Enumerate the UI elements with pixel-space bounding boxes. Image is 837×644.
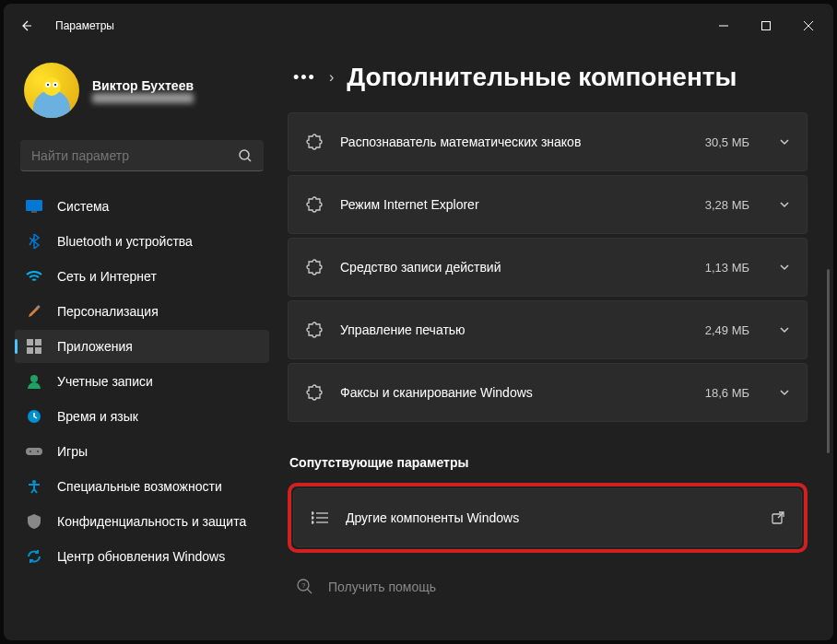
puzzle-icon (305, 196, 324, 213)
chevron-down-icon (779, 262, 790, 273)
shield-icon (26, 513, 42, 530)
clock-icon (26, 408, 42, 425)
breadcrumb-ellipsis[interactable]: ••• (293, 68, 316, 88)
nav-label: Центр обновления Windows (57, 549, 225, 564)
component-item[interactable]: Факсы и сканирование Windows 18,6 МБ (288, 363, 808, 422)
games-icon (26, 443, 42, 460)
back-button[interactable] (7, 7, 44, 44)
maximize-button[interactable] (745, 11, 787, 41)
page-title: Дополнительные компоненты (347, 63, 737, 92)
get-help-link[interactable]: ? Получить помощь (288, 579, 808, 595)
sidebar-item-games[interactable]: Игры (15, 435, 269, 468)
chevron-right-icon: › (329, 69, 334, 86)
nav-label: Bluetooth и устройства (57, 234, 193, 249)
profile-info: Виктор Бухтеев (92, 78, 194, 103)
more-windows-features-link[interactable]: Другие компоненты Windows (293, 488, 802, 547)
close-icon (804, 21, 813, 30)
search-box[interactable] (20, 140, 264, 171)
nav-label: Игры (57, 444, 88, 459)
list-icon (311, 510, 329, 525)
component-size: 30,5 МБ (705, 135, 749, 149)
chevron-down-icon (779, 387, 790, 398)
window-title: Параметры (55, 19, 114, 32)
svg-rect-20 (26, 448, 42, 455)
svg-point-22 (37, 451, 39, 452)
svg-point-8 (54, 84, 56, 86)
sidebar-item-accounts[interactable]: Учетные записи (15, 365, 269, 398)
window-controls (702, 11, 830, 41)
chevron-down-icon (779, 136, 790, 147)
puzzle-icon (305, 384, 324, 401)
svg-text:?: ? (301, 581, 306, 590)
sidebar-item-personalization[interactable]: Персонализация (15, 295, 269, 328)
sidebar-item-apps[interactable]: Приложения (15, 330, 269, 363)
component-size: 2,49 МБ (705, 323, 749, 337)
open-external-icon (772, 511, 784, 524)
minimize-icon (719, 21, 728, 30)
svg-rect-15 (35, 339, 41, 345)
main-content: ••• › Дополнительные компоненты Распозна… (280, 48, 833, 640)
component-label: Распознаватель математических знаков (340, 135, 689, 149)
component-item[interactable]: Средство записи действий 1,13 МБ (288, 238, 808, 297)
titlebar: Параметры (4, 4, 833, 48)
svg-point-21 (29, 451, 31, 452)
profile-section[interactable]: Виктор Бухтеев (15, 48, 269, 136)
svg-point-29 (312, 521, 313, 523)
related-section-title: Сопутствующие параметры (288, 455, 808, 470)
sidebar-item-update[interactable]: Центр обновления Windows (15, 540, 269, 573)
component-size: 18,6 МБ (705, 386, 749, 400)
arrow-left-icon (18, 18, 33, 33)
system-icon (26, 198, 42, 215)
maximize-icon (761, 21, 771, 30)
component-label: Режим Internet Explorer (340, 197, 689, 212)
component-size: 3,28 МБ (705, 198, 749, 212)
svg-point-7 (47, 84, 49, 86)
search-input[interactable] (31, 148, 238, 163)
nav-label: Система (57, 199, 109, 214)
component-item[interactable]: Управление печатью 2,49 МБ (288, 300, 808, 359)
sidebar-item-time[interactable]: Время и язык (15, 400, 269, 433)
nav-label: Время и язык (57, 409, 138, 424)
nav-label: Учетные записи (57, 374, 153, 389)
component-item[interactable]: Режим Internet Explorer 3,28 МБ (288, 175, 808, 234)
puzzle-icon (305, 259, 324, 275)
profile-name: Виктор Бухтеев (92, 78, 194, 93)
nav-label: Сеть и Интернет (57, 269, 157, 284)
sidebar-item-system[interactable]: Система (15, 190, 269, 223)
svg-rect-14 (27, 339, 33, 345)
nav-label: Специальные возможности (57, 479, 222, 494)
scrollbar[interactable] (827, 269, 830, 453)
highlighted-area: Другие компоненты Windows (288, 483, 808, 553)
component-size: 1,13 МБ (705, 261, 749, 275)
bluetooth-icon (26, 233, 42, 250)
wifi-icon (26, 268, 42, 285)
svg-point-27 (312, 512, 313, 514)
svg-rect-16 (27, 347, 33, 354)
sidebar-item-network[interactable]: Сеть и Интернет (15, 260, 269, 293)
sidebar-item-privacy[interactable]: Конфиденциальность и защита (15, 505, 269, 538)
svg-line-10 (248, 158, 251, 161)
components-list: Распознаватель математических знаков 30,… (288, 112, 808, 422)
component-label: Факсы и сканирование Windows (340, 385, 689, 400)
svg-rect-1 (762, 22, 771, 30)
help-label: Получить помощь (328, 580, 436, 594)
nav-label: Приложения (57, 339, 133, 354)
settings-window: Параметры Виктор Бухтеев С (4, 4, 833, 640)
help-icon: ? (297, 579, 313, 595)
nav-list: Система Bluetooth и устройства Сеть и Ин… (15, 190, 269, 573)
minimize-button[interactable] (702, 11, 745, 41)
svg-rect-12 (31, 211, 37, 213)
apps-icon (26, 338, 42, 355)
nav-label: Персонализация (57, 304, 159, 319)
chevron-down-icon (779, 199, 790, 210)
profile-email (92, 93, 194, 103)
svg-rect-17 (35, 347, 41, 354)
sidebar-item-accessibility[interactable]: Специальные возможности (15, 470, 269, 503)
account-icon (26, 373, 42, 390)
sidebar: Виктор Бухтеев Система Bluetooth и устро… (4, 48, 280, 640)
puzzle-icon (305, 134, 324, 150)
close-button[interactable] (787, 11, 830, 41)
component-item[interactable]: Распознаватель математических знаков 30,… (288, 112, 808, 171)
sidebar-item-bluetooth[interactable]: Bluetooth и устройства (15, 225, 269, 258)
avatar (24, 63, 79, 118)
